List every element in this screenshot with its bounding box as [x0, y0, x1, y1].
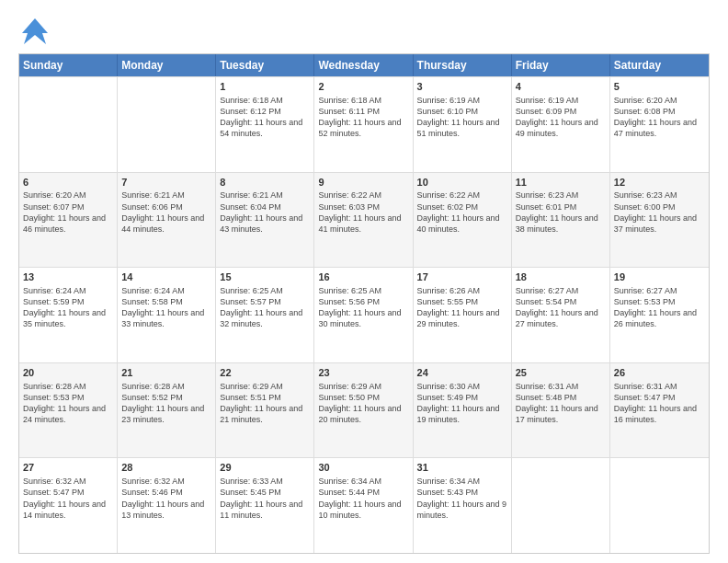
cell-info: Sunrise: 6:34 AM Sunset: 5:43 PM Dayligh… — [417, 476, 507, 521]
calendar-cell: 14Sunrise: 6:24 AM Sunset: 5:58 PM Dayli… — [118, 268, 216, 362]
day-number: 14 — [121, 270, 211, 284]
day-number: 1 — [220, 80, 310, 94]
cell-info: Sunrise: 6:31 AM Sunset: 5:48 PM Dayligh… — [516, 381, 606, 426]
calendar-cell: 31Sunrise: 6:34 AM Sunset: 5:43 PM Dayli… — [414, 458, 512, 553]
day-number: 9 — [318, 176, 408, 190]
calendar-body: 1Sunrise: 6:18 AM Sunset: 6:12 PM Daylig… — [19, 76, 709, 553]
cell-info: Sunrise: 6:27 AM Sunset: 5:54 PM Dayligh… — [516, 285, 606, 330]
day-number: 17 — [417, 270, 507, 284]
calendar-cell: 7Sunrise: 6:21 AM Sunset: 6:06 PM Daylig… — [118, 173, 216, 268]
calendar-header-day: Tuesday — [216, 54, 314, 76]
cell-info: Sunrise: 6:20 AM Sunset: 6:08 PM Dayligh… — [614, 95, 705, 140]
cell-info: Sunrise: 6:19 AM Sunset: 6:09 PM Dayligh… — [516, 95, 606, 140]
calendar-cell: 26Sunrise: 6:31 AM Sunset: 5:47 PM Dayli… — [610, 363, 709, 458]
calendar-cell: 22Sunrise: 6:29 AM Sunset: 5:51 PM Dayli… — [216, 363, 314, 458]
calendar-header-day: Thursday — [414, 54, 512, 76]
cell-info: Sunrise: 6:22 AM Sunset: 6:03 PM Dayligh… — [318, 190, 408, 235]
cell-info: Sunrise: 6:23 AM Sunset: 6:01 PM Dayligh… — [516, 190, 606, 235]
day-number: 10 — [417, 176, 507, 190]
day-number: 30 — [318, 461, 408, 475]
calendar-cell: 21Sunrise: 6:28 AM Sunset: 5:52 PM Dayli… — [118, 363, 216, 458]
calendar-cell: 11Sunrise: 6:23 AM Sunset: 6:01 PM Dayli… — [512, 173, 610, 268]
day-number: 18 — [516, 270, 606, 284]
calendar-week: 6Sunrise: 6:20 AM Sunset: 6:07 PM Daylig… — [19, 172, 709, 268]
cell-info: Sunrise: 6:32 AM Sunset: 5:46 PM Dayligh… — [121, 476, 211, 521]
cell-info: Sunrise: 6:31 AM Sunset: 5:47 PM Dayligh… — [614, 381, 705, 426]
day-number: 11 — [516, 176, 606, 190]
calendar-cell: 2Sunrise: 6:18 AM Sunset: 6:11 PM Daylig… — [314, 77, 413, 172]
cell-info: Sunrise: 6:33 AM Sunset: 5:45 PM Dayligh… — [220, 476, 310, 521]
day-number: 31 — [417, 461, 507, 475]
calendar-header-day: Monday — [118, 54, 216, 76]
calendar-header-day: Saturday — [610, 54, 709, 76]
cell-info: Sunrise: 6:29 AM Sunset: 5:50 PM Dayligh… — [318, 381, 408, 426]
calendar-cell: 25Sunrise: 6:31 AM Sunset: 5:48 PM Dayli… — [512, 363, 610, 458]
cell-info: Sunrise: 6:28 AM Sunset: 5:52 PM Dayligh… — [121, 381, 211, 426]
calendar-cell: 28Sunrise: 6:32 AM Sunset: 5:46 PM Dayli… — [118, 458, 216, 553]
cell-info: Sunrise: 6:22 AM Sunset: 6:02 PM Dayligh… — [417, 190, 507, 235]
day-number: 5 — [614, 80, 705, 94]
day-number: 15 — [220, 270, 310, 284]
cell-info: Sunrise: 6:21 AM Sunset: 6:04 PM Dayligh… — [220, 190, 310, 235]
cell-info: Sunrise: 6:32 AM Sunset: 5:47 PM Dayligh… — [23, 476, 113, 521]
day-number: 22 — [220, 366, 310, 380]
day-number: 4 — [516, 80, 606, 94]
calendar-cell: 12Sunrise: 6:23 AM Sunset: 6:00 PM Dayli… — [610, 173, 709, 268]
day-number: 28 — [121, 461, 211, 475]
day-number: 7 — [121, 176, 211, 190]
cell-info: Sunrise: 6:19 AM Sunset: 6:10 PM Dayligh… — [417, 95, 507, 140]
logo-icon — [18, 15, 51, 48]
calendar-cell: 4Sunrise: 6:19 AM Sunset: 6:09 PM Daylig… — [512, 77, 610, 172]
logo — [18, 15, 55, 48]
calendar-cell: 24Sunrise: 6:30 AM Sunset: 5:49 PM Dayli… — [414, 363, 512, 458]
calendar-header-day: Friday — [512, 54, 610, 76]
calendar-cell: 9Sunrise: 6:22 AM Sunset: 6:03 PM Daylig… — [314, 173, 413, 268]
cell-info: Sunrise: 6:29 AM Sunset: 5:51 PM Dayligh… — [220, 381, 310, 426]
header — [18, 15, 710, 48]
calendar-cell: 15Sunrise: 6:25 AM Sunset: 5:57 PM Dayli… — [216, 268, 314, 362]
cell-info: Sunrise: 6:28 AM Sunset: 5:53 PM Dayligh… — [23, 381, 113, 426]
calendar-cell: 13Sunrise: 6:24 AM Sunset: 5:59 PM Dayli… — [19, 268, 118, 362]
day-number: 23 — [318, 366, 408, 380]
calendar-header-day: Sunday — [19, 54, 118, 76]
cell-info: Sunrise: 6:20 AM Sunset: 6:07 PM Dayligh… — [23, 190, 113, 235]
cell-info: Sunrise: 6:34 AM Sunset: 5:44 PM Dayligh… — [318, 476, 408, 521]
day-number: 3 — [417, 80, 507, 94]
calendar-week: 1Sunrise: 6:18 AM Sunset: 6:12 PM Daylig… — [19, 76, 709, 172]
calendar-cell: 27Sunrise: 6:32 AM Sunset: 5:47 PM Dayli… — [19, 458, 118, 553]
day-number: 12 — [614, 176, 705, 190]
page: SundayMondayTuesdayWednesdayThursdayFrid… — [0, 0, 728, 563]
day-number: 8 — [220, 176, 310, 190]
calendar-cell: 10Sunrise: 6:22 AM Sunset: 6:02 PM Dayli… — [414, 173, 512, 268]
cell-info: Sunrise: 6:25 AM Sunset: 5:57 PM Dayligh… — [220, 285, 310, 330]
calendar-cell: 30Sunrise: 6:34 AM Sunset: 5:44 PM Dayli… — [314, 458, 413, 553]
day-number: 26 — [614, 366, 705, 380]
day-number: 19 — [614, 270, 705, 284]
calendar-cell — [118, 77, 216, 172]
calendar-cell: 17Sunrise: 6:26 AM Sunset: 5:55 PM Dayli… — [414, 268, 512, 362]
calendar-cell: 1Sunrise: 6:18 AM Sunset: 6:12 PM Daylig… — [216, 77, 314, 172]
day-number: 27 — [23, 461, 113, 475]
cell-info: Sunrise: 6:27 AM Sunset: 5:53 PM Dayligh… — [614, 285, 705, 330]
calendar-cell — [19, 77, 118, 172]
calendar: SundayMondayTuesdayWednesdayThursdayFrid… — [18, 53, 710, 554]
day-number: 20 — [23, 366, 113, 380]
calendar-cell: 29Sunrise: 6:33 AM Sunset: 5:45 PM Dayli… — [216, 458, 314, 553]
day-number: 6 — [23, 176, 113, 190]
day-number: 24 — [417, 366, 507, 380]
calendar-cell — [512, 458, 610, 553]
calendar-week: 20Sunrise: 6:28 AM Sunset: 5:53 PM Dayli… — [19, 362, 709, 458]
cell-info: Sunrise: 6:26 AM Sunset: 5:55 PM Dayligh… — [417, 285, 507, 330]
calendar-cell: 23Sunrise: 6:29 AM Sunset: 5:50 PM Dayli… — [314, 363, 413, 458]
calendar-cell: 18Sunrise: 6:27 AM Sunset: 5:54 PM Dayli… — [512, 268, 610, 362]
calendar-header: SundayMondayTuesdayWednesdayThursdayFrid… — [19, 54, 709, 76]
calendar-cell: 19Sunrise: 6:27 AM Sunset: 5:53 PM Dayli… — [610, 268, 709, 362]
day-number: 21 — [121, 366, 211, 380]
calendar-cell: 6Sunrise: 6:20 AM Sunset: 6:07 PM Daylig… — [19, 173, 118, 268]
day-number: 13 — [23, 270, 113, 284]
cell-info: Sunrise: 6:30 AM Sunset: 5:49 PM Dayligh… — [417, 381, 507, 426]
cell-info: Sunrise: 6:18 AM Sunset: 6:12 PM Dayligh… — [220, 95, 310, 140]
calendar-cell: 20Sunrise: 6:28 AM Sunset: 5:53 PM Dayli… — [19, 363, 118, 458]
cell-info: Sunrise: 6:25 AM Sunset: 5:56 PM Dayligh… — [318, 285, 408, 330]
cell-info: Sunrise: 6:18 AM Sunset: 6:11 PM Dayligh… — [318, 95, 408, 140]
